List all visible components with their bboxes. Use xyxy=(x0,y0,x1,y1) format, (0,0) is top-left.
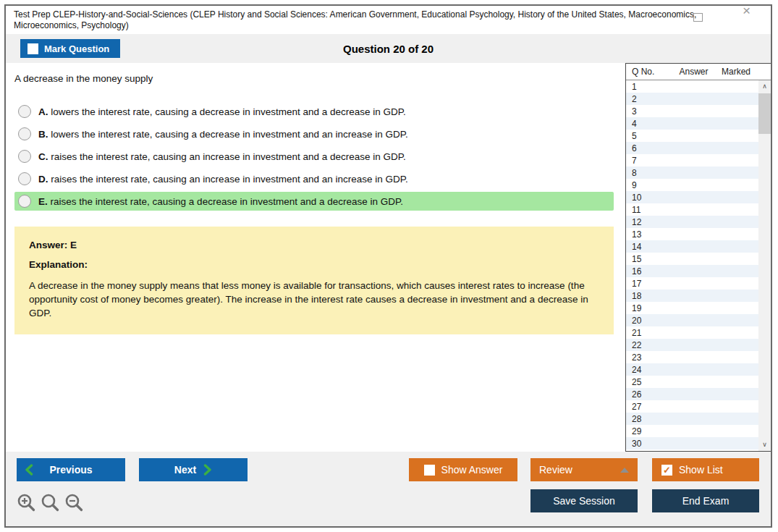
question-list-row[interactable]: 26 xyxy=(626,388,758,400)
scroll-down-icon[interactable]: ∨ xyxy=(758,439,771,451)
question-list-row[interactable]: 12 xyxy=(626,216,758,228)
show-answer-button[interactable]: Show Answer xyxy=(409,458,517,481)
answer-option-c[interactable]: C. raises the interest rate, causing an … xyxy=(14,147,614,166)
question-list-panel: Q No. Answer Marked 12345678910111213141… xyxy=(625,63,771,452)
end-exam-label: End Exam xyxy=(682,495,730,507)
question-list-row[interactable]: 11 xyxy=(626,203,758,216)
question-list-row[interactable]: 8 xyxy=(626,166,758,179)
radio-button[interactable] xyxy=(18,172,31,185)
question-list-row[interactable]: 23 xyxy=(626,351,758,363)
question-list-body: 1234567891011121314151617181920212223242… xyxy=(626,80,771,451)
zoom-in-icon[interactable] xyxy=(17,493,36,512)
question-list-row[interactable]: 29 xyxy=(626,425,758,437)
question-list-row[interactable]: 4 xyxy=(626,117,758,130)
scroll-up-icon[interactable]: ∧ xyxy=(758,80,771,93)
question-list-row[interactable]: 13 xyxy=(626,228,758,240)
explanation-text: A decrease in the money supply means tha… xyxy=(29,279,599,320)
zoom-icon[interactable] xyxy=(41,493,60,512)
footer-bar: Previous Next Show Answer Review Show Li… xyxy=(6,452,771,526)
question-list-row[interactable]: 20 xyxy=(626,314,758,326)
question-list-row[interactable]: 19 xyxy=(626,302,758,314)
chevron-right-icon xyxy=(203,464,212,476)
option-text: C. raises the interest rate, causing an … xyxy=(38,151,406,162)
previous-label: Previous xyxy=(49,464,92,476)
chevron-left-icon xyxy=(25,464,33,478)
answer-option-e[interactable]: E. raises the interest rate, causing a d… xyxy=(14,192,614,211)
question-list-row[interactable]: 7 xyxy=(626,154,758,166)
triangle-up-icon xyxy=(620,468,629,473)
answer-option-b[interactable]: B. lowers the interest rate, causing a d… xyxy=(14,124,614,143)
review-label: Review xyxy=(539,464,572,476)
zoom-controls xyxy=(17,493,84,512)
answer-option-d[interactable]: D. raises the interest rate, causing an … xyxy=(14,169,614,188)
answer-option-a[interactable]: A. lowers the interest rate, causing a d… xyxy=(14,102,614,121)
app-window: Test Prep CLEP-History-and-Social-Scienc… xyxy=(4,4,772,528)
question-list-row[interactable]: 1 xyxy=(626,80,758,93)
question-list-row[interactable]: 28 xyxy=(626,413,758,425)
show-list-button[interactable]: Show List xyxy=(652,458,759,481)
radio-button[interactable] xyxy=(18,195,31,208)
window-title: Test Prep CLEP-History-and-Social-Scienc… xyxy=(14,9,696,30)
question-list-scrollbar[interactable]: ∧ ∨ xyxy=(758,80,771,451)
save-session-button[interactable]: Save Session xyxy=(530,489,638,512)
mark-question-label: Mark Question xyxy=(44,43,109,54)
question-list-row[interactable]: 17 xyxy=(626,277,758,290)
close-icon[interactable]: × xyxy=(743,5,750,16)
question-list-row[interactable]: 25 xyxy=(626,376,758,388)
question-list-row[interactable]: 18 xyxy=(626,290,758,302)
question-list-row[interactable]: 5 xyxy=(626,130,758,142)
options-list: A. lowers the interest rate, causing a d… xyxy=(14,102,614,211)
column-answer: Answer xyxy=(672,67,715,77)
review-button[interactable]: Review xyxy=(530,458,638,481)
end-exam-button[interactable]: End Exam xyxy=(652,489,759,512)
option-text: E. raises the interest rate, causing a d… xyxy=(38,196,403,207)
titlebar: Test Prep CLEP-History-and-Social-Scienc… xyxy=(6,6,771,34)
column-marked: Marked xyxy=(715,67,757,77)
question-list-row[interactable]: 15 xyxy=(626,253,758,265)
question-list-row[interactable]: 10 xyxy=(626,191,758,203)
question-list-row[interactable]: 6 xyxy=(626,142,758,154)
previous-button[interactable]: Previous xyxy=(17,458,125,481)
next-label: Next xyxy=(174,464,196,476)
question-content: A decrease in the money supply A. lowers… xyxy=(6,63,625,452)
explanation-label: Explanation: xyxy=(29,259,599,270)
option-text: B. lowers the interest rate, causing a d… xyxy=(38,129,408,140)
main-area: A decrease in the money supply A. lowers… xyxy=(6,63,771,452)
show-list-checkbox[interactable] xyxy=(661,465,672,476)
question-list-rows: 1234567891011121314151617181920212223242… xyxy=(626,80,758,449)
question-list-row[interactable]: 14 xyxy=(626,240,758,253)
maximize-icon[interactable] xyxy=(693,13,703,22)
question-list-header: Q No. Answer Marked xyxy=(626,64,771,80)
question-list-row[interactable]: 24 xyxy=(626,363,758,376)
question-counter: Question 20 of 20 xyxy=(6,34,771,63)
question-list-row[interactable]: 30 xyxy=(626,437,758,449)
option-text: A. lowers the interest rate, causing a d… xyxy=(38,106,406,117)
radio-button[interactable] xyxy=(18,105,31,118)
save-session-label: Save Session xyxy=(553,495,615,507)
next-button[interactable]: Next xyxy=(139,458,248,481)
answer-label: Answer: E xyxy=(29,240,599,250)
zoom-out-icon[interactable] xyxy=(64,493,84,512)
radio-button[interactable] xyxy=(18,127,31,140)
answer-explanation-box: Answer: E Explanation: A decrease in the… xyxy=(14,227,614,334)
scrollbar-thumb[interactable] xyxy=(758,93,771,134)
radio-button[interactable] xyxy=(18,150,31,163)
question-list-row[interactable]: 22 xyxy=(626,339,758,351)
question-list-row[interactable]: 3 xyxy=(626,105,758,117)
mark-question-checkbox[interactable] xyxy=(28,43,38,54)
question-list-row[interactable]: 2 xyxy=(626,93,758,105)
question-list-row[interactable]: 16 xyxy=(626,265,758,277)
question-list-row[interactable]: 21 xyxy=(626,326,758,339)
show-list-label: Show List xyxy=(679,464,723,476)
header-bar: Question 20 of 20 Mark Question xyxy=(6,34,771,63)
column-qno: Q No. xyxy=(632,67,672,77)
show-answer-label: Show Answer xyxy=(441,464,503,476)
question-list-row[interactable]: 27 xyxy=(626,400,758,413)
mark-question-button[interactable]: Mark Question xyxy=(20,39,120,58)
question-text: A decrease in the money supply xyxy=(14,73,625,84)
question-list-row[interactable]: 9 xyxy=(626,179,758,191)
show-answer-checkbox[interactable] xyxy=(424,465,435,476)
option-text: D. raises the interest rate, causing an … xyxy=(38,174,408,185)
